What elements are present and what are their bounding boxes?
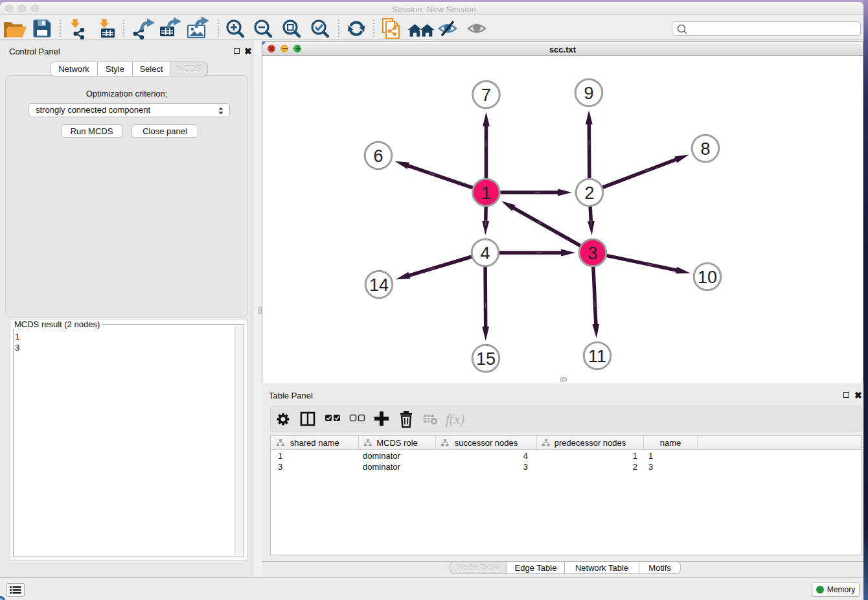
svg-text:1: 1 bbox=[481, 183, 491, 203]
svg-text:7: 7 bbox=[481, 86, 491, 105]
svg-text:14: 14 bbox=[369, 275, 389, 295]
svg-text:9: 9 bbox=[584, 84, 593, 103]
svg-text:10: 10 bbox=[698, 268, 717, 287]
svg-text:f(x): f(x) bbox=[446, 411, 464, 427]
svg-text:4: 4 bbox=[480, 244, 490, 263]
svg-text:3: 3 bbox=[588, 244, 597, 263]
svg-text:8: 8 bbox=[700, 139, 710, 159]
svg-text:6: 6 bbox=[373, 146, 383, 166]
svg-text:11: 11 bbox=[588, 347, 606, 366]
svg-text:15: 15 bbox=[476, 349, 496, 369]
svg-text:2: 2 bbox=[584, 183, 594, 203]
